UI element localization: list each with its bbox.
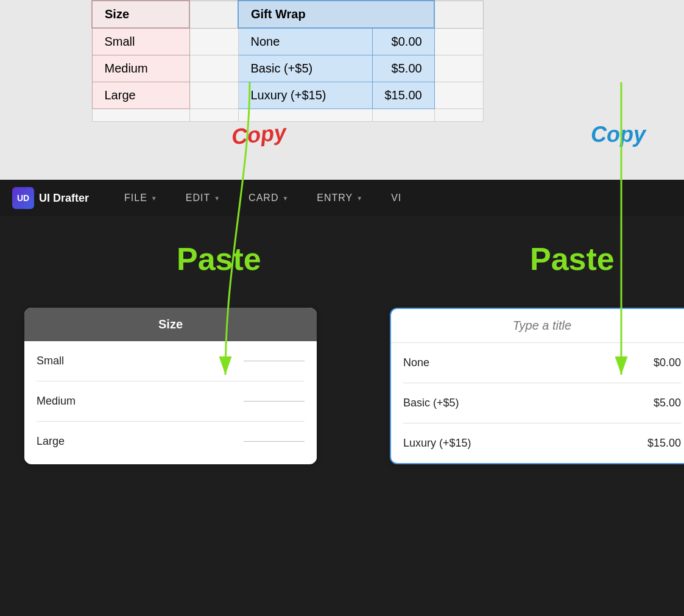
gift-card-price-3: $15.00 (647, 437, 681, 450)
navbar: UD UI Drafter FILE ▼ EDIT ▼ CARD ▼ ENTRY… (0, 180, 684, 216)
size-card-line-3 (244, 441, 305, 442)
navbar-logo: UD UI Drafter (12, 187, 89, 209)
size-card-label-2: Medium (37, 395, 76, 408)
arrow-right-svg (585, 52, 684, 430)
empty-cell-r3 (434, 82, 483, 109)
size-card-label-1: Small (37, 355, 64, 367)
gift-wrap-column-header: Gift Wrap (238, 1, 434, 28)
gift-card-label-1: None (403, 356, 429, 369)
empty-header-2 (434, 1, 483, 28)
size-row-2: Medium (92, 55, 189, 82)
gift-wrap-row-1-price: $0.00 (372, 28, 434, 55)
logo-text: UI Drafter (39, 192, 89, 205)
empty-header-1 (189, 1, 238, 28)
nav-file-label: FILE (124, 193, 147, 204)
gift-wrap-row-3-price: $15.00 (372, 82, 434, 109)
empty-cell-r1 (434, 28, 483, 55)
spreadsheet-area: Size Gift Wrap Small None $0.00 Medium B… (0, 0, 684, 180)
dark-area: Paste Paste Size Small (0, 216, 684, 616)
logo-icon: UD (12, 187, 34, 209)
empty-bottom-5 (434, 109, 483, 122)
empty-cell-1 (189, 28, 238, 55)
size-row-1: Small (92, 28, 189, 55)
size-column-header: Size (92, 1, 189, 28)
nav-file[interactable]: FILE ▼ (119, 190, 163, 206)
arrow-left-svg (177, 52, 298, 430)
size-row-3: Large (92, 82, 189, 109)
gift-wrap-row-2-price: $5.00 (372, 55, 434, 82)
empty-bottom-4 (372, 109, 434, 122)
gift-card-label-2: Basic (+$5) (403, 397, 459, 409)
gift-card-label-3: Luxury (+$15) (403, 437, 471, 450)
nav-entry-chevron: ▼ (356, 195, 363, 202)
empty-cell-r2 (434, 55, 483, 82)
nav-view[interactable]: VI (386, 190, 406, 206)
nav-entry[interactable]: ENTRY ▼ (312, 190, 368, 206)
nav-view-label: VI (391, 193, 401, 204)
gift-wrap-row-1-name: None (238, 28, 372, 55)
size-card-label-3: Large (37, 435, 65, 448)
logo-initials: UD (17, 193, 29, 203)
nav-entry-label: ENTRY (317, 193, 353, 204)
nav-file-chevron: ▼ (151, 195, 158, 202)
empty-bottom-1 (92, 109, 189, 122)
